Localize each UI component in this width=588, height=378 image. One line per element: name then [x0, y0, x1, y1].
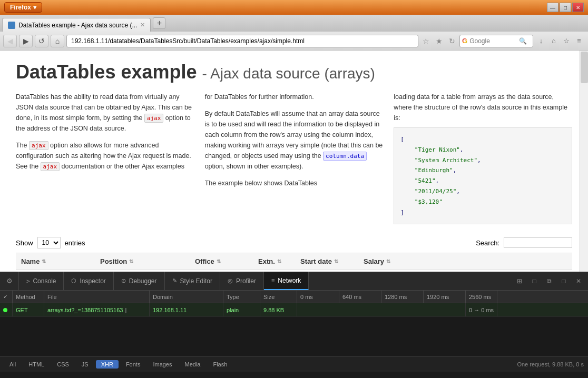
browser-content: DataTables example - Ajax data source (a… [0, 51, 588, 272]
nh-method: Method [13, 291, 44, 303]
nr-domain: 192.168.1.11 [150, 303, 223, 316]
status-dot [3, 308, 7, 312]
show-entries: Show 10 entries [16, 237, 85, 248]
nh-type: Type [223, 291, 260, 303]
table-header: Name ⇅ Position ⇅ Office ⇅ Extn. ⇅ Start… [16, 253, 572, 270]
devtools-settings-icon[interactable]: □ [557, 275, 570, 287]
bookmark-star-icon[interactable]: ☆ [420, 36, 432, 46]
refresh-icon[interactable]: ↻ [447, 36, 457, 46]
sort-icon-office: ⇅ [217, 258, 221, 264]
entries-select[interactable]: 10 [37, 237, 61, 248]
devtools-undock-icon[interactable]: ⧉ [543, 275, 555, 287]
bookmark-list-icon[interactable]: ★ [434, 36, 445, 46]
style-editor-tab-label: Style Editor [180, 277, 212, 285]
filter-html[interactable]: HTML [23, 360, 50, 369]
download-icon[interactable]: ↓ [535, 35, 547, 47]
filter-fonts[interactable]: Fonts [121, 360, 146, 369]
bookmarks-icon[interactable]: ☆ [561, 35, 572, 47]
code-block: [ "Tiger Nixon", "System Architect", "Ed… [394, 127, 572, 224]
nr-method: GET [13, 303, 44, 316]
network-row[interactable]: GET arrays.txt?_=1388751105163 | 192.168… [0, 303, 588, 317]
table-search-input[interactable] [504, 237, 572, 248]
table-controls: Show 10 entries Search: [16, 232, 572, 248]
column-data-code: column.data [323, 152, 367, 161]
browser-tab-active[interactable]: DataTables example - Ajax data source (.… [2, 18, 151, 32]
ajax-code-1: ajax [144, 114, 164, 123]
new-tab-button[interactable]: + [153, 17, 165, 29]
refresh-button[interactable]: ↺ [35, 35, 48, 47]
nr-status-cell [0, 303, 13, 316]
tab-title: DataTables example - Ajax data source (.… [18, 22, 137, 29]
sort-icon-salary: ⇅ [386, 258, 390, 264]
nr-file: arrays.txt?_=1388751105163 | [44, 303, 150, 316]
filter-xhr[interactable]: XHR [96, 360, 119, 369]
network-tab-label: Network [278, 277, 301, 284]
home-nav-icon[interactable]: ⌂ [548, 35, 560, 47]
forward-button[interactable]: ▶ [19, 35, 33, 47]
inspector-tab-label: Inspector [80, 277, 105, 285]
debugger-icon: ⊙ [121, 277, 126, 284]
search-box[interactable]: G 🔍 [459, 35, 533, 47]
sort-icon-position: ⇅ [129, 258, 133, 264]
tab-bar: DataTables example - Ajax data source (.… [0, 15, 588, 32]
firefox-menu-button[interactable]: Firefox ▾ [4, 2, 42, 13]
maximize-button[interactable]: □ [560, 3, 571, 12]
filter-media[interactable]: Media [179, 360, 205, 369]
devtools-panel: ⚙ > Console ⬡ Inspector ⊙ Debugger ✎ Sty… [0, 272, 588, 372]
style-editor-icon: ✎ [172, 277, 177, 284]
inspector-icon: ⬡ [71, 277, 76, 284]
devtools-split-icon[interactable]: ⊞ [513, 275, 526, 287]
nh-1920ms: 1920 ms [424, 291, 466, 303]
filter-css[interactable]: CSS [52, 360, 74, 369]
nr-timing-label: 0 → 0 ms [466, 303, 497, 316]
scrollbar[interactable] [580, 51, 588, 272]
filter-flash[interactable]: Flash [208, 360, 232, 369]
back-button[interactable]: ◀ [3, 35, 17, 47]
tab-profiler[interactable]: ◎ Profiler [220, 272, 264, 290]
devtools-close-icon[interactable]: ✕ [572, 275, 585, 287]
menu-icon[interactable]: ≡ [573, 35, 585, 47]
nh-check: ✓ [0, 291, 13, 303]
nh-640ms: 640 ms [339, 291, 381, 303]
devtools-right-controls: ⊞ □ ⧉ □ ✕ [513, 272, 588, 290]
close-button[interactable]: ✕ [572, 3, 584, 12]
filter-images[interactable]: Images [148, 360, 177, 369]
tab-close-icon[interactable]: ✕ [140, 22, 145, 28]
nav-icon-group: ↓ ⌂ ☆ ≡ [535, 35, 585, 47]
scrollbar-thumb[interactable] [581, 52, 588, 83]
th-office: Office ⇅ [190, 253, 253, 270]
nr-size: 9.88 KB [260, 303, 297, 316]
nh-domain: Domain [150, 291, 223, 303]
tab-style-editor[interactable]: ✎ Style Editor [165, 272, 220, 290]
devtools-dock-icon[interactable]: □ [528, 275, 541, 287]
home-button[interactable]: ⌂ [51, 35, 64, 47]
filter-all[interactable]: All [4, 360, 21, 369]
minimize-button[interactable]: — [547, 3, 558, 12]
network-status: One request, 9.88 KB, 0 s [517, 361, 584, 367]
network-icon: ≡ [271, 277, 275, 284]
tab-inspector[interactable]: ⬡ Inspector [64, 272, 113, 290]
profiler-tab-label: Profiler [236, 277, 256, 285]
content-grid: DataTables has the ability to read data … [16, 92, 572, 224]
console-tab-label: Console [33, 277, 56, 285]
nh-file: File [44, 291, 150, 303]
profiler-icon: ◎ [228, 277, 233, 284]
firefox-dropdown-icon: ▾ [33, 4, 36, 11]
sort-icon-name: ⇅ [42, 258, 46, 264]
th-name: Name ⇅ [16, 253, 95, 270]
cursor-icon: | [125, 307, 126, 313]
address-bar[interactable] [66, 35, 418, 47]
content-col1: DataTables has the ability to read data … [16, 92, 194, 224]
filter-js[interactable]: JS [76, 360, 94, 369]
tab-favicon [8, 22, 15, 29]
devtools-gear-button[interactable]: ⚙ [0, 272, 19, 290]
tab-console[interactable]: > Console [19, 272, 64, 290]
tab-network[interactable]: ≡ Network [264, 272, 309, 290]
tab-debugger[interactable]: ⊙ Debugger [114, 272, 165, 290]
th-start-date: Start date ⇅ [295, 253, 358, 270]
th-salary: Salary ⇅ [358, 253, 427, 270]
ajax-code-3: ajax [41, 162, 60, 171]
search-input[interactable] [469, 37, 517, 45]
th-extn: Extn. ⇅ [253, 253, 295, 270]
sort-icon-date: ⇅ [334, 258, 338, 264]
